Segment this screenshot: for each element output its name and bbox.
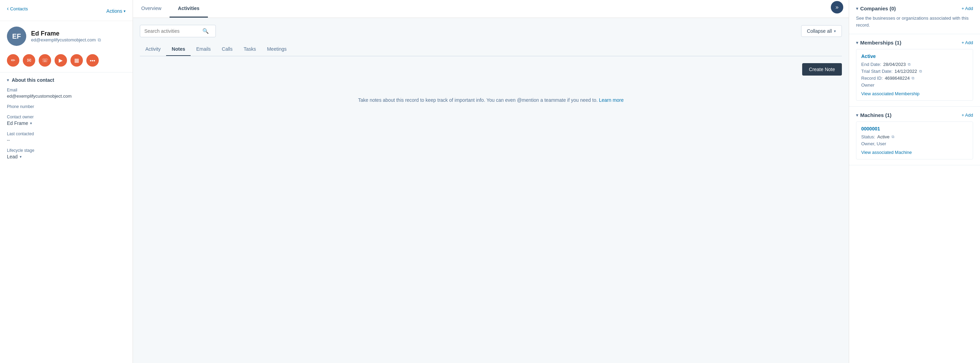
- about-header[interactable]: ▾ About this contact: [7, 77, 126, 83]
- activities-panel: 🔍 Collapse all Activity Notes Emails Cal…: [133, 18, 849, 363]
- memberships-title-text: Memberships (1): [860, 40, 901, 46]
- last-contacted-field-group: Last contacted --: [7, 132, 126, 143]
- learn-more-link[interactable]: Learn more: [599, 97, 624, 103]
- phone-button[interactable]: ☏: [39, 54, 51, 67]
- machines-title-text: Machines (1): [860, 112, 892, 118]
- activity-tab-notes[interactable]: Notes: [166, 43, 191, 56]
- owner-label: Contact owner: [7, 114, 126, 119]
- owner-dropdown-icon[interactable]: ▾: [30, 121, 32, 125]
- email-value: ed@exemplifycustomobject.com: [7, 94, 126, 99]
- machine-card: 0000001 Status: Active ⧉ Owner, User Vie…: [856, 122, 973, 159]
- contact-email: ed@exemplifycustomobject.com: [31, 37, 95, 43]
- view-machine-link[interactable]: View associated Machine: [861, 150, 968, 155]
- contact-name: Ed Frame: [31, 30, 101, 37]
- companies-header: ▾ Companies (0) + Add: [856, 6, 973, 11]
- notes-placeholder: Take notes about this record to keep tra…: [140, 82, 842, 118]
- machines-header: ▾ Machines (1) + Add: [856, 112, 973, 118]
- email-label: Email: [7, 88, 126, 92]
- right-sidebar: ▾ Companies (0) + Add See the businesses…: [849, 0, 980, 363]
- more-button[interactable]: •••: [86, 54, 99, 67]
- actions-button[interactable]: Actions: [107, 8, 126, 14]
- memberships-title: ▾ Memberships (1): [856, 40, 901, 46]
- lifecycle-label: Lifecycle stage: [7, 148, 126, 153]
- about-title: About this contact: [12, 77, 54, 83]
- activity-tab-emails[interactable]: Emails: [191, 43, 216, 56]
- copy-email-icon[interactable]: ⧉: [98, 37, 101, 43]
- tab-overview[interactable]: Overview: [133, 0, 170, 17]
- create-note-button[interactable]: Create Note: [802, 63, 842, 76]
- companies-section: ▾ Companies (0) + Add See the businesses…: [849, 0, 980, 34]
- copy-end-date-icon[interactable]: ⧉: [908, 62, 911, 67]
- activity-tab-meetings[interactable]: Meetings: [261, 43, 292, 56]
- about-chevron-icon: ▾: [7, 78, 9, 82]
- owner-field-group: Contact owner Ed Frame ▾: [7, 114, 126, 126]
- video-button[interactable]: ▶: [54, 54, 67, 67]
- left-sidebar: Contacts Actions EF Ed Frame ed@exemplif…: [0, 0, 133, 363]
- activities-toolbar: 🔍 Collapse all: [140, 25, 842, 37]
- lifecycle-dropdown-icon[interactable]: ▾: [20, 155, 22, 159]
- collapse-all-button[interactable]: Collapse all: [801, 25, 842, 37]
- companies-title-text: Companies (0): [860, 6, 896, 11]
- membership-status: Active: [861, 54, 968, 59]
- about-section: ▾ About this contact Email ed@exemplifyc…: [0, 73, 133, 170]
- last-contacted-value: --: [7, 137, 126, 143]
- owner-value-row: Ed Frame ▾: [7, 120, 126, 126]
- memberships-header: ▾ Memberships (1) + Add: [856, 40, 973, 46]
- sidebar-header: Contacts Actions: [0, 0, 133, 21]
- copy-record-id-icon[interactable]: ⧉: [912, 76, 915, 81]
- copy-trial-start-icon[interactable]: ⧉: [919, 69, 922, 73]
- activity-tab-activity[interactable]: Activity: [140, 43, 166, 56]
- avatar: EF: [7, 27, 26, 46]
- last-contacted-label: Last contacted: [7, 132, 126, 136]
- lifecycle-value: Lead: [7, 154, 18, 159]
- action-icons-row: ✏ ✉ ☏ ▶ ▦ •••: [0, 51, 133, 72]
- machines-section: ▾ Machines (1) + Add 0000001 Status: Act…: [849, 107, 980, 165]
- machine-status: Status: Active ⧉: [861, 134, 968, 139]
- companies-add-link[interactable]: + Add: [961, 6, 973, 11]
- activity-tab-calls[interactable]: Calls: [216, 43, 238, 56]
- phone-label: Phone number: [7, 104, 126, 109]
- tab-activities[interactable]: Activities: [170, 0, 208, 17]
- lifecycle-field-group: Lifecycle stage Lead ▾: [7, 148, 126, 159]
- phone-field-group: Phone number: [7, 104, 126, 109]
- view-membership-link[interactable]: View associated Membership: [861, 91, 968, 96]
- membership-record-id: Record ID: 4698648224 ⧉: [861, 76, 968, 81]
- memberships-add-link[interactable]: + Add: [961, 40, 973, 45]
- main-tabs-bar: Overview Activities »: [133, 0, 849, 18]
- copy-machine-status-icon[interactable]: ⧉: [892, 135, 894, 139]
- main-content: Overview Activities » 🔍 Collapse all Act…: [133, 0, 849, 363]
- activity-tab-tasks[interactable]: Tasks: [238, 43, 261, 56]
- search-input[interactable]: [144, 28, 200, 34]
- machines-title: ▾ Machines (1): [856, 112, 892, 118]
- lifecycle-value-row: Lead ▾: [7, 154, 126, 159]
- membership-card: Active End Date: 28/04/2023 ⧉ Trial Star…: [856, 49, 973, 101]
- email-button[interactable]: ✉: [23, 54, 35, 67]
- memberships-section: ▾ Memberships (1) + Add Active End Date:…: [849, 34, 980, 107]
- search-icon: 🔍: [202, 28, 209, 34]
- companies-chevron-icon[interactable]: ▾: [856, 6, 858, 11]
- activity-tabs: Activity Notes Emails Calls Tasks Meetin…: [140, 43, 842, 56]
- memberships-chevron-icon[interactable]: ▾: [856, 40, 858, 45]
- membership-owner: Owner: [861, 82, 968, 88]
- expand-button[interactable]: »: [831, 1, 843, 13]
- create-note-area: Create Note: [140, 63, 842, 76]
- machine-id[interactable]: 0000001: [861, 126, 968, 132]
- companies-title: ▾ Companies (0): [856, 6, 896, 11]
- machine-owner: Owner, User: [861, 141, 968, 146]
- machines-chevron-icon[interactable]: ▾: [856, 113, 858, 118]
- contact-profile: EF Ed Frame ed@exemplifycustomobject.com…: [0, 21, 133, 51]
- companies-description: See the businesses or organizations asso…: [856, 15, 973, 28]
- edit-button[interactable]: ✏: [7, 54, 19, 67]
- membership-end-date: End Date: 28/04/2023 ⧉: [861, 62, 968, 67]
- contact-email-row: ed@exemplifycustomobject.com ⧉: [31, 37, 101, 43]
- machines-add-link[interactable]: + Add: [961, 113, 973, 118]
- email-field-group: Email ed@exemplifycustomobject.com: [7, 88, 126, 99]
- contact-info: Ed Frame ed@exemplifycustomobject.com ⧉: [31, 30, 101, 43]
- notes-placeholder-text: Take notes about this record to keep tra…: [358, 97, 598, 103]
- owner-value: Ed Frame: [7, 120, 28, 126]
- membership-trial-start: Trial Start Date: 14/12/2022 ⧉: [861, 69, 968, 74]
- search-box[interactable]: 🔍: [140, 25, 216, 37]
- calendar-button[interactable]: ▦: [70, 54, 83, 67]
